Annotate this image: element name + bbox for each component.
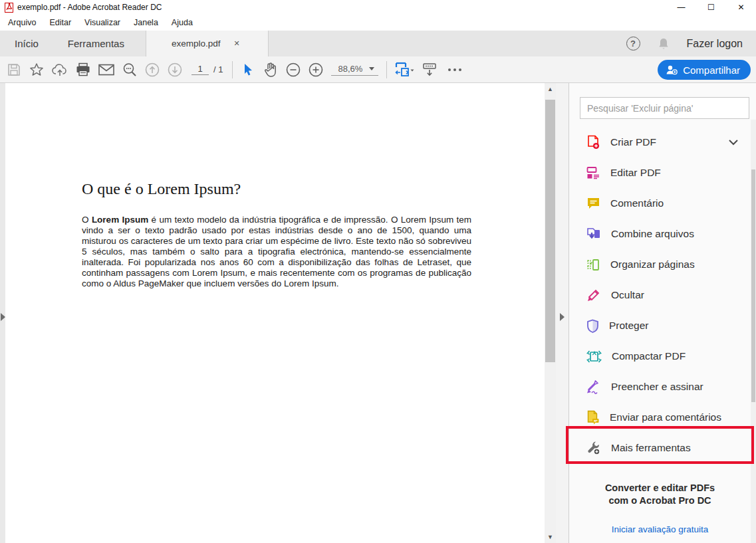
tool-item-ocultar[interactable]: Ocultar — [569, 280, 756, 310]
tool-item-proteger[interactable]: Proteger — [569, 310, 756, 341]
red-highlight-box — [566, 426, 754, 464]
tools-panel: Criar PDF Editar PDF Comentário Combine … — [568, 83, 756, 543]
select-tool-icon[interactable] — [237, 59, 259, 80]
tools-list: Criar PDF Editar PDF Comentário Combine … — [569, 127, 756, 463]
tool-item-label: Ocultar — [611, 289, 644, 301]
toolbar-divider — [386, 61, 387, 78]
menu-ajuda[interactable]: Ajuda — [165, 16, 199, 29]
save-icon[interactable] — [3, 59, 25, 80]
edit-pdf-icon — [586, 166, 600, 179]
email-icon[interactable] — [94, 59, 118, 80]
comment-icon — [586, 197, 600, 210]
menu-arquivo[interactable]: Arquivo — [1, 16, 43, 29]
redact-icon — [586, 288, 601, 302]
chevron-down-icon[interactable] — [728, 139, 739, 146]
sign-in-link[interactable]: Fazer logon — [687, 38, 743, 50]
tool-item-compactar-pdf[interactable]: Compactar PDF — [569, 341, 756, 372]
scroll-down-icon[interactable]: ▼ — [545, 532, 556, 542]
menu-visualizar[interactable]: Visualizar — [78, 16, 127, 29]
scroll-up-icon[interactable]: ▲ — [545, 84, 556, 94]
tool-item-label: Preencher e assinar — [611, 381, 703, 393]
zoom-level-select[interactable]: 88,6% — [331, 64, 378, 76]
acrobat-pro-promo: Converter e editar PDFs com o Acrobat Pr… — [569, 482, 751, 534]
bold-lorem-ipsum: Lorem Ipsum — [92, 215, 148, 225]
promo-line1: Converter e editar PDFs — [569, 482, 751, 494]
star-icon[interactable] — [25, 59, 48, 80]
tool-item-label: Combine arquivos — [611, 228, 694, 240]
tool-item-comentario[interactable]: Comentário — [569, 188, 756, 219]
cloud-upload-icon[interactable] — [48, 59, 72, 80]
document-scrollbar[interactable]: ▲ ▼ — [545, 83, 556, 543]
tab-bar: Início Ferramentas exemplo.pdf ✕ ? Fazer… — [0, 31, 756, 56]
print-icon[interactable] — [72, 59, 94, 80]
tool-item-criar-pdf[interactable]: Criar PDF — [569, 127, 756, 158]
protect-icon — [586, 319, 599, 333]
tab-ferramentas[interactable]: Ferramentas — [53, 31, 139, 56]
tool-item-label: Comentário — [610, 197, 664, 209]
tools-pane-toggle-icon[interactable] — [560, 313, 565, 321]
create-pdf-icon — [586, 135, 600, 150]
acrobat-app-icon — [5, 3, 13, 13]
page-down-icon[interactable] — [164, 59, 186, 80]
toolbar-divider — [232, 61, 233, 78]
chevron-down-icon — [369, 67, 374, 70]
help-icon[interactable]: ? — [626, 37, 640, 51]
tool-item-label: Editar PDF — [610, 167, 661, 179]
share-button-label: Compartilhar — [683, 64, 740, 76]
hand-tool-icon[interactable] — [259, 59, 282, 80]
scrollbar-thumb[interactable] — [545, 100, 555, 362]
window-title: exemplo.pdf - Adobe Acrobat Reader DC — [17, 3, 162, 12]
promo-line2: com o Acrobat Pro DC — [569, 494, 751, 507]
maximize-button[interactable]: ☐ — [696, 0, 726, 15]
page-up-icon[interactable] — [141, 59, 164, 80]
tab-document[interactable]: exemplo.pdf ✕ — [146, 31, 269, 56]
notifications-bell-icon[interactable] — [658, 37, 670, 51]
pdf-page: O que é o Lorem Ipsum? O Lorem Ipsum é u… — [5, 83, 545, 543]
page-display-icon[interactable] — [418, 59, 441, 80]
send-comments-icon — [586, 410, 600, 425]
main-toolbar: 1 / 1 88,6% Compartilhar — [0, 56, 756, 83]
panel-scrollbar[interactable] — [751, 120, 756, 543]
tool-item-label: Enviar para comentários — [610, 411, 721, 423]
tool-item-label: Proteger — [609, 320, 648, 332]
document-paragraph: O Lorem Ipsum é um texto modelo da indús… — [82, 215, 471, 289]
minimize-button[interactable]: — — [666, 0, 696, 15]
start-trial-link[interactable]: Iniciar avaliação gratuita — [569, 524, 751, 534]
menu-editar[interactable]: Editar — [43, 16, 78, 29]
zoom-level-value: 88,6% — [338, 64, 362, 74]
navigation-pane-toggle-icon[interactable] — [1, 313, 5, 321]
tab-inicio[interactable]: Início — [0, 31, 53, 56]
zoom-in-icon[interactable] — [305, 59, 327, 80]
close-button[interactable]: ✕ — [726, 0, 756, 15]
document-area: O que é o Lorem Ipsum? O Lorem Ipsum é u… — [0, 83, 568, 543]
tool-item-combine-arquivos[interactable]: Combine arquivos — [569, 219, 756, 249]
compress-pdf-icon — [586, 350, 602, 364]
main-area: O que é o Lorem Ipsum? O Lorem Ipsum é u… — [0, 83, 756, 543]
tool-item-label: Criar PDF — [610, 136, 656, 148]
menu-janela[interactable]: Janela — [127, 16, 165, 29]
tool-item-label: Organizar páginas — [610, 259, 695, 271]
tab-document-label: exemplo.pdf — [172, 39, 221, 49]
add-person-icon — [666, 64, 678, 75]
fill-sign-icon — [586, 380, 601, 394]
search-icon[interactable] — [118, 59, 141, 80]
organize-pages-icon — [586, 258, 600, 272]
tab-close-icon[interactable]: ✕ — [231, 38, 243, 49]
tool-item-label: Compactar PDF — [612, 350, 686, 362]
tool-item-editar-pdf[interactable]: Editar PDF — [569, 158, 756, 188]
tool-item-organizar-paginas[interactable]: Organizar páginas — [569, 249, 756, 280]
acrobat-reader-window: exemplo.pdf - Adobe Acrobat Reader DC — … — [0, 0, 756, 543]
title-bar: exemplo.pdf - Adobe Acrobat Reader DC — … — [0, 0, 756, 15]
tool-item-preencher-assinar[interactable]: Preencher e assinar — [569, 372, 756, 402]
zoom-out-icon[interactable] — [282, 59, 305, 80]
more-options-icon[interactable] — [441, 68, 468, 71]
page-number-input[interactable]: 1 — [191, 64, 209, 75]
share-button[interactable]: Compartilhar — [658, 60, 751, 80]
panel-scrollbar-thumb[interactable] — [751, 169, 755, 402]
document-heading: O que é o Lorem Ipsum? — [82, 180, 241, 198]
page-count-label: / 1 — [213, 64, 223, 74]
combine-files-icon — [586, 227, 601, 241]
fit-width-icon[interactable] — [391, 59, 418, 80]
menu-bar: Arquivo Editar Visualizar Janela Ajuda — [0, 15, 756, 31]
tools-search-input[interactable] — [580, 97, 749, 119]
